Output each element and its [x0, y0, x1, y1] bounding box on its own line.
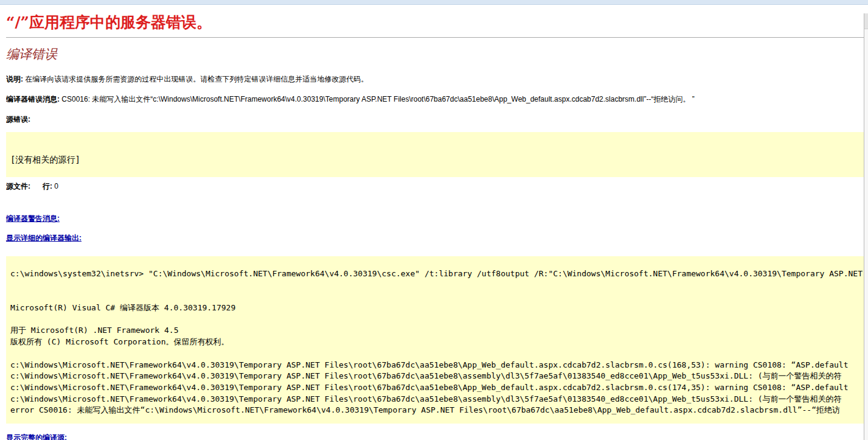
- show-detailed-output-row: 显示详细的编译器输出:: [6, 234, 868, 243]
- show-detailed-output-link[interactable]: 显示详细的编译器输出:: [6, 234, 82, 242]
- code-line: 用于 Microsoft(R) .NET Framework 4.5: [10, 325, 864, 337]
- page-title: “/”应用程序中的服务器错误。: [6, 13, 868, 32]
- code-line: Microsoft(R) Visual C# 编译器版本 4.0.30319.1…: [10, 302, 864, 314]
- code-line: c:\Windows\Microsoft.NET\Framework64\v4.…: [10, 360, 864, 371]
- description-label: 说明:: [6, 75, 23, 83]
- compiler-warnings-row: 编译器警告消息:: [6, 214, 868, 223]
- source-error-label: 源错误:: [6, 115, 30, 124]
- code-line: c:\Windows\Microsoft.NET\Framework64\v4.…: [10, 382, 864, 394]
- source-file-label: 源文件:: [6, 182, 30, 190]
- description-line: 说明: 在编译向该请求提供服务所需资源的过程中出现错误。请检查下列特定错误详细信…: [6, 75, 868, 84]
- top-strip: [0, 0, 868, 5]
- title-divider: [6, 37, 864, 38]
- no-source-line-text: [没有相关的源行]: [10, 155, 80, 164]
- show-full-source-row: 显示完整的编译源:: [6, 433, 868, 440]
- error-page-content: “/”应用程序中的服务器错误。 编译错误 说明: 在编译向该请求提供服务所需资源…: [0, 13, 868, 440]
- code-line: c:\Windows\Microsoft.NET\Framework64\v4.…: [10, 371, 864, 382]
- description-text: 在编译向该请求提供服务所需资源的过程中出现错误。请检查下列特定错误详细信息并适当…: [23, 75, 368, 83]
- compiler-output-box: c:\windows\system32\inetsrv> "C:\Windows…: [6, 256, 864, 424]
- error-type-heading: 编译错误: [6, 47, 868, 62]
- compiler-error-line: 编译器错误消息: CS0016: 未能写入输出文件“c:\Windows\Mic…: [6, 95, 868, 104]
- line-number-value: 0: [54, 182, 58, 190]
- vertical-scrollbar[interactable]: [864, 13, 868, 440]
- source-file-line: 源文件:行: 0: [6, 182, 868, 191]
- code-line: error CS0016: 未能写入输出文件“c:\Windows\Micros…: [10, 405, 864, 416]
- code-line: [10, 348, 864, 360]
- code-line: [10, 291, 864, 302]
- compiler-error-text: CS0016: 未能写入输出文件“c:\Windows\Microsoft.NE…: [60, 95, 695, 103]
- code-line: 版权所有 (C) Microsoft Corporation。保留所有权利。: [10, 337, 864, 348]
- code-line: [10, 314, 864, 326]
- code-line: c:\windows\system32\inetsrv> "C:\Windows…: [10, 268, 864, 280]
- scrollbar-thumb[interactable]: [864, 13, 868, 29]
- line-number-label: 行:: [43, 182, 52, 190]
- source-error-box: [没有相关的源行]: [6, 132, 864, 177]
- browser-viewport: “/”应用程序中的服务器错误。 编译错误 说明: 在编译向该请求提供服务所需资源…: [0, 0, 868, 440]
- show-full-source-link[interactable]: 显示完整的编译源:: [6, 433, 67, 440]
- compiler-warnings-link[interactable]: 编译器警告消息:: [6, 214, 60, 223]
- code-line: [10, 280, 864, 292]
- code-line: c:\Windows\Microsoft.NET\Framework64\v4.…: [10, 394, 864, 405]
- source-error-line: 源错误:: [6, 115, 868, 124]
- compiler-error-label: 编译器错误消息:: [6, 95, 60, 103]
